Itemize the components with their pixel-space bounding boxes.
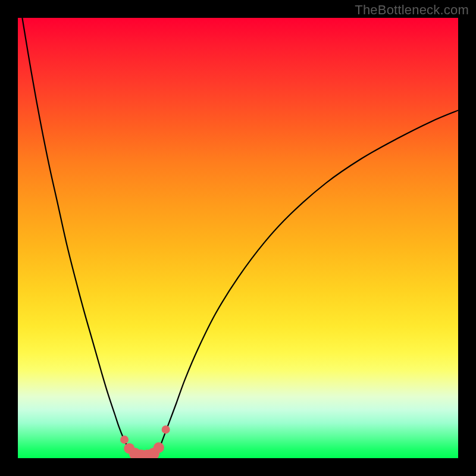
- optimal-marker: [162, 425, 170, 434]
- outer-frame: TheBottleneck.com: [0, 0, 476, 476]
- series-right-branch: [154, 110, 458, 455]
- watermark-text: TheBottleneck.com: [355, 2, 469, 18]
- chart-svg: [18, 18, 458, 458]
- optimal-marker: [120, 436, 129, 444]
- optimal-marker: [154, 442, 164, 453]
- plot-area: [18, 18, 458, 458]
- series-left-branch: [22, 18, 136, 456]
